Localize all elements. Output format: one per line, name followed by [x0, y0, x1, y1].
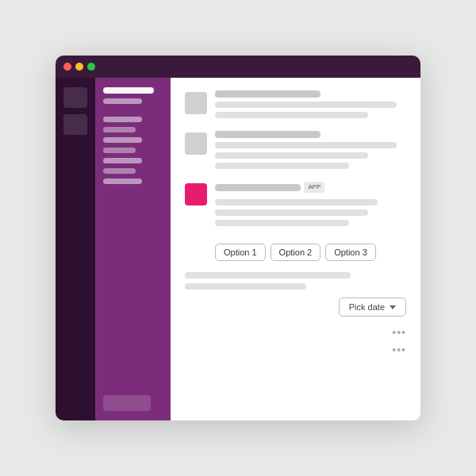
- sidebar-purple: [95, 78, 171, 420]
- content-line: [215, 152, 368, 159]
- app-window: APP Option 1 Option 2 Option 3: [56, 56, 420, 420]
- sidebar-nav-item[interactable]: [103, 178, 142, 184]
- sidebar-nav-item[interactable]: [103, 98, 142, 104]
- sidebar-bottom-block: [103, 395, 151, 411]
- sidebar-dark-item[interactable]: [63, 87, 87, 108]
- content-row: [185, 90, 406, 118]
- content-row: [185, 131, 406, 169]
- content-line: [215, 199, 378, 205]
- content-title-line: [215, 184, 301, 191]
- more-dots-row: •••: [185, 344, 406, 356]
- close-button[interactable]: [63, 63, 71, 71]
- datepicker-row: Pick date: [185, 298, 406, 317]
- content-row: APP: [185, 182, 406, 226]
- option-3-button[interactable]: Option 3: [325, 244, 376, 261]
- content-line: [215, 142, 397, 148]
- app-badge: APP: [304, 182, 324, 193]
- content-line: [215, 102, 397, 108]
- content-lines: [215, 131, 406, 169]
- sidebar-nav-item[interactable]: [103, 158, 142, 163]
- bottom-lines: [185, 272, 406, 290]
- sidebar-nav-item-active[interactable]: [103, 87, 154, 94]
- maximize-button[interactable]: [87, 63, 95, 71]
- content-line: [185, 272, 351, 278]
- content-title-line: [215, 131, 321, 138]
- chevron-down-icon: [390, 305, 396, 309]
- avatar: [185, 92, 207, 114]
- content-line: [215, 163, 349, 169]
- content-title-line: [215, 90, 321, 98]
- content-lines: [215, 90, 406, 118]
- sidebar-dark-item[interactable]: [63, 114, 87, 135]
- content-line: [215, 112, 368, 118]
- sidebar-nav-item[interactable]: [103, 117, 142, 122]
- avatar-pink: [185, 183, 207, 205]
- tag-row: APP: [215, 182, 406, 193]
- more-dots-row: •••: [185, 326, 406, 339]
- traffic-lights: [63, 63, 95, 71]
- main-layout: APP Option 1 Option 2 Option 3: [56, 78, 420, 420]
- option-2-button[interactable]: Option 2: [271, 244, 321, 261]
- sidebar-nav-item[interactable]: [103, 127, 136, 132]
- options-row: Option 1 Option 2 Option 3: [215, 244, 406, 261]
- option-1-button[interactable]: Option 1: [215, 244, 266, 261]
- more-dots-button[interactable]: •••: [392, 344, 406, 356]
- titlebar: [56, 56, 420, 78]
- avatar: [185, 132, 207, 155]
- sidebar-nav-item[interactable]: [103, 137, 142, 143]
- datepicker-label: Pick date: [349, 302, 385, 312]
- content-line: [215, 220, 349, 226]
- content-line: [215, 209, 368, 216]
- sidebar-nav-item[interactable]: [103, 148, 136, 153]
- datepicker-button[interactable]: Pick date: [339, 298, 406, 317]
- content-lines: APP: [215, 182, 406, 226]
- sidebar-dark: [56, 78, 95, 420]
- content-line: [185, 283, 306, 290]
- sidebar-nav-item[interactable]: [103, 168, 136, 174]
- minimize-button[interactable]: [75, 63, 83, 71]
- content-area: APP Option 1 Option 2 Option 3: [171, 78, 420, 420]
- more-dots-button[interactable]: •••: [392, 326, 406, 339]
